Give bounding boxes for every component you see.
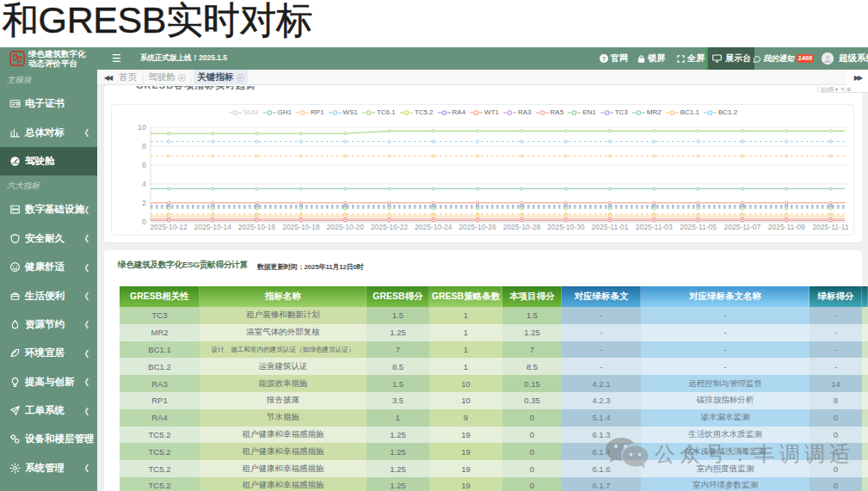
svg-text:2025-10-26: 2025-10-26 <box>459 223 496 231</box>
svg-text:2025-11-11: 2025-11-11 <box>812 223 848 231</box>
svg-text:?: ? <box>602 55 606 63</box>
svg-text:2025-10-16: 2025-10-16 <box>238 223 276 231</box>
svg-text:2025-10-18: 2025-10-18 <box>282 223 320 231</box>
svg-text:2025-11-03: 2025-11-03 <box>636 223 673 231</box>
svg-text:8: 8 <box>142 142 146 150</box>
svg-text:0: 0 <box>142 218 146 226</box>
svg-text:2025-10-12: 2025-10-12 <box>150 223 188 231</box>
svg-text:2025-11-01: 2025-11-01 <box>592 223 629 231</box>
svg-text:2025-10-22: 2025-10-22 <box>371 223 409 231</box>
svg-text:2025-10-20: 2025-10-20 <box>326 223 364 231</box>
svg-text:2025-10-14: 2025-10-14 <box>194 223 232 231</box>
svg-text:2025-10-24: 2025-10-24 <box>415 223 452 231</box>
svg-text:2: 2 <box>142 199 146 207</box>
svg-text:2025-11-07: 2025-11-07 <box>723 223 760 231</box>
svg-text:6: 6 <box>142 161 146 169</box>
svg-text:4: 4 <box>142 180 146 188</box>
svg-text:2025-11-05: 2025-11-05 <box>680 223 717 231</box>
svg-text:10: 10 <box>138 123 146 132</box>
svg-text:2025-11-09: 2025-11-09 <box>768 223 805 231</box>
svg-text:2025-10-28: 2025-10-28 <box>503 223 541 231</box>
svg-text:2025-10-30: 2025-10-30 <box>547 223 585 231</box>
